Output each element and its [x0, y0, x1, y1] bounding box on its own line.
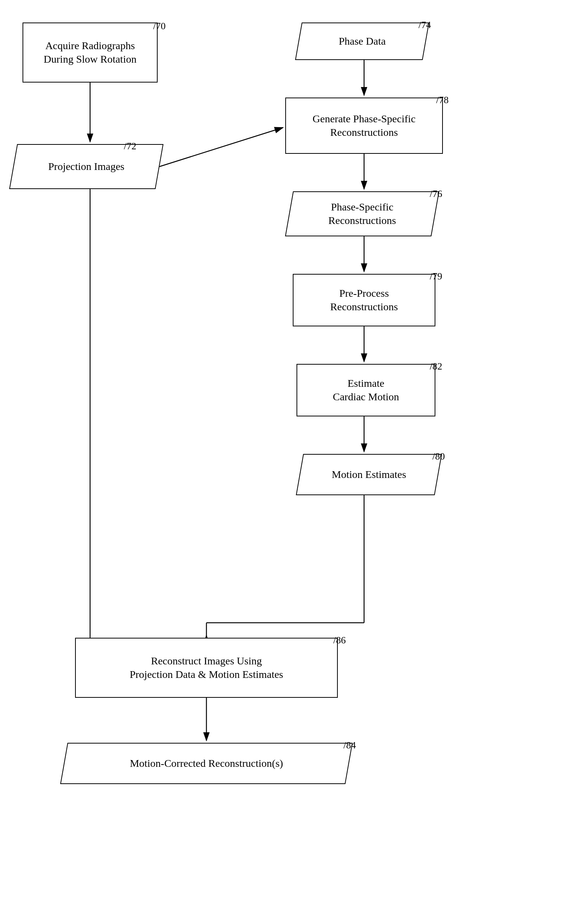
preprocess-ref: /79	[430, 271, 442, 282]
motion-corrected-label: Motion-Corrected Reconstruction(s)	[130, 757, 283, 770]
phase-data-ref: /74	[418, 20, 431, 31]
acquire-ref: /70	[153, 21, 166, 32]
phase-data-box: Phase Data	[298, 23, 426, 60]
generate-phase-ref: /78	[436, 95, 449, 106]
phase-specific-ref: /76	[430, 188, 442, 200]
estimate-cardiac-ref: /82	[430, 361, 442, 372]
motion-estimates-label: Motion Estimates	[332, 468, 406, 481]
phase-data-label: Phase Data	[339, 34, 385, 48]
motion-corrected-box: Motion-Corrected Reconstruction(s)	[64, 743, 349, 784]
phase-specific-label: Phase-SpecificReconstructions	[328, 200, 396, 228]
projection-images-box: Projection Images	[13, 144, 160, 189]
projection-images-ref: /72	[124, 141, 136, 152]
preprocess-box: Pre-ProcessReconstructions	[293, 274, 435, 326]
estimate-cardiac-box: EstimateCardiac Motion	[297, 364, 435, 416]
motion-corrected-ref: /84	[344, 740, 356, 751]
motion-estimates-box: Motion Estimates	[300, 454, 438, 495]
reconstruct-box: Reconstruct Images UsingProjection Data …	[75, 638, 338, 698]
preprocess-label: Pre-ProcessReconstructions	[330, 287, 398, 314]
reconstruct-ref: /86	[333, 635, 346, 646]
flowchart-diagram: Acquire RadiographsDuring Slow Rotation …	[0, 0, 572, 924]
estimate-cardiac-label: EstimateCardiac Motion	[333, 377, 399, 404]
generate-phase-box: Generate Phase-SpecificReconstructions	[285, 98, 443, 154]
projection-images-label: Projection Images	[48, 160, 124, 173]
acquire-box: Acquire RadiographsDuring Slow Rotation	[23, 23, 158, 82]
motion-estimates-ref: /80	[432, 451, 445, 462]
reconstruct-label: Reconstruct Images UsingProjection Data …	[129, 654, 283, 682]
acquire-label: Acquire RadiographsDuring Slow Rotation	[44, 39, 136, 67]
svg-line-3	[160, 127, 283, 167]
phase-specific-box: Phase-SpecificReconstructions	[289, 191, 435, 236]
generate-phase-label: Generate Phase-SpecificReconstructions	[312, 112, 415, 140]
